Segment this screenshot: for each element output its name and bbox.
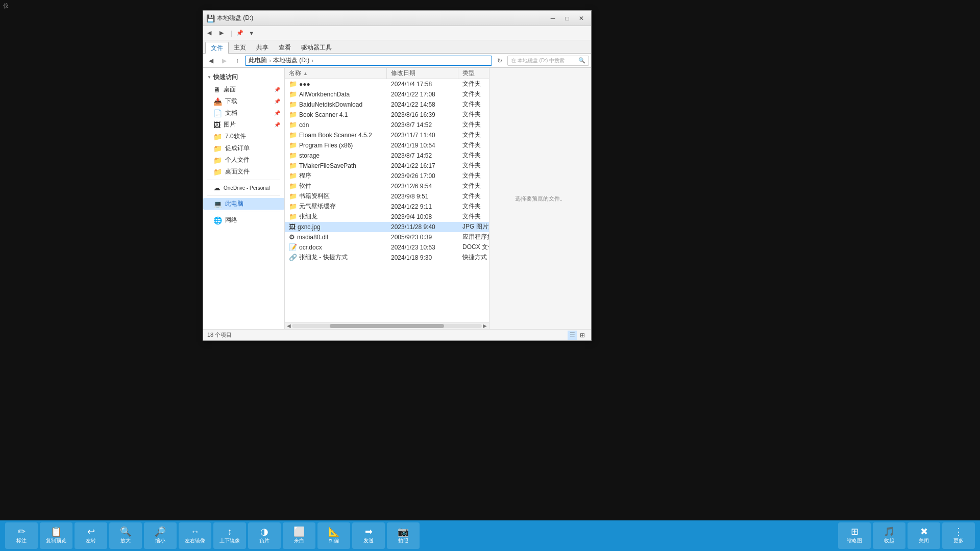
close-button[interactable]: ✕	[575, 13, 588, 23]
pin-btn[interactable]: 📌	[234, 28, 246, 39]
toolbar-right-section: ⊞ 缩略图 🎵 收起 ✖ 关闭 ⋮ 更多	[838, 522, 975, 549]
back-button[interactable]: ◀	[205, 56, 216, 66]
view-details-btn[interactable]: ⊞	[578, 331, 587, 340]
forward-button[interactable]: ▶	[218, 56, 230, 66]
file-name-label: msdia80.dll	[297, 234, 328, 241]
btn-negative[interactable]: ◑ 负片	[248, 522, 281, 549]
scroll-left[interactable]: ◀	[286, 323, 292, 329]
btn-zoom-in[interactable]: 🔍 放大	[109, 522, 142, 549]
sidebar-item-70software[interactable]: 📁 7.0软件	[203, 131, 284, 142]
file-type: 文件夹	[458, 120, 489, 129]
sidebar-item-downloads[interactable]: 📥 下载 📌	[203, 95, 284, 107]
sidebar-item-onedrive[interactable]: ☁ OneDrive - Personal	[203, 182, 284, 193]
btn-white[interactable]: ⬜ 来白	[283, 522, 315, 549]
horizontal-scrollbar[interactable]: ◀ ▶	[285, 322, 489, 329]
sidebar-item-desktop[interactable]: 🖥 桌面 📌	[203, 84, 284, 95]
file-item[interactable]: 📁 Eloam Book Scanner 4.5.2 2023/11/7 11:…	[285, 130, 489, 140]
sidebar-item-network[interactable]: 🌐 网络	[203, 214, 284, 226]
ribbon-tabs: 文件 主页 共享 查看 驱动器工具	[203, 40, 591, 54]
file-date: 2023/11/28 9:40	[387, 223, 458, 231]
tab-share[interactable]: 共享	[251, 42, 274, 53]
photo-icon: 📷	[398, 527, 409, 536]
file-item[interactable]: 📁 storage 2023/8/7 14:52 文件夹	[285, 151, 489, 161]
forward-btn-quick[interactable]: ▶	[217, 28, 229, 39]
btn-more[interactable]: ⋮ 更多	[942, 522, 975, 549]
btn-close[interactable]: ✖ 关闭	[908, 522, 940, 549]
personal-icon: 📁	[213, 156, 222, 164]
path-local-disk[interactable]: 本地磁盘 (D:)	[273, 56, 309, 65]
path-this-pc[interactable]: 此电脑	[249, 56, 267, 65]
tab-drive-tools[interactable]: 驱动器工具	[296, 42, 337, 53]
btn-annotate[interactable]: ✏ 标注	[5, 522, 38, 549]
file-type: 文件夹	[458, 110, 489, 119]
scrollbar-track[interactable]	[292, 324, 482, 328]
up-button[interactable]: ↑	[232, 56, 243, 66]
btn-zoom-out[interactable]: 🔎 缩小	[144, 522, 177, 549]
sidebar-item-docs[interactable]: 📄 文档 📌	[203, 107, 284, 119]
file-item[interactable]: 📝 ocr.docx 2024/1/23 10:53 DOCX 文件	[285, 242, 489, 253]
back-btn-quick[interactable]: ◀	[205, 28, 216, 39]
maximize-button[interactable]: □	[560, 13, 574, 23]
status-count: 18 个项目	[207, 331, 232, 339]
btn-photo[interactable]: 📷 拍照	[387, 522, 420, 549]
file-icon: 📁	[289, 90, 297, 98]
file-name: 📁 BaiduNetdiskDownload	[285, 101, 387, 108]
btn-collapse[interactable]: 🎵 收起	[873, 522, 905, 549]
col-header-name[interactable]: 名称 ▲	[285, 68, 387, 79]
file-item[interactable]: 📁 Program Files (x86) 2024/1/19 10:54 文件…	[285, 140, 489, 151]
file-item[interactable]: 📁 AllWorkbenchData 2024/1/22 17:08 文件夹	[285, 89, 489, 99]
file-type: 文件夹	[458, 171, 489, 180]
btn-mirror-lr[interactable]: ↔ 左右镜像	[179, 522, 211, 549]
col-header-date[interactable]: 修改日期	[387, 68, 458, 79]
scrollbar-thumb[interactable]	[330, 324, 444, 328]
sidebar-item-desktop-files[interactable]: 📁 桌面文件	[203, 166, 284, 178]
file-name-label: storage	[299, 152, 320, 159]
file-item[interactable]: 📁 TMakerFileSavePath 2024/1/22 16:17 文件夹	[285, 161, 489, 171]
view-list-btn[interactable]: ☰	[568, 331, 577, 340]
btn-deskew[interactable]: 📐 纠偏	[317, 522, 350, 549]
file-name-label: 元气壁纸缓存	[299, 202, 336, 211]
tab-view[interactable]: 查看	[274, 42, 296, 53]
file-name: 📁 程序	[285, 171, 387, 180]
file-item[interactable]: 📁 书籍资料区 2023/9/8 9:51 文件夹	[285, 191, 489, 202]
sidebar-label-desktop: 桌面	[224, 85, 236, 94]
file-item[interactable]: ⚙ msdia80.dll 2005/9/23 0:39 应用程序扩展	[285, 232, 489, 242]
tab-file[interactable]: 文件	[205, 42, 229, 54]
pin-dropdown[interactable]: ▼	[247, 28, 258, 39]
pin-docs: 📌	[274, 110, 280, 116]
toolbar-left-section: ✏ 标注 📋 复制预览 ↩ 左转 🔍 放大 🔎 缩小 ↔ 左右镜像 ↕ 上下镜像…	[5, 522, 420, 549]
tab-home[interactable]: 主页	[229, 42, 251, 53]
file-item[interactable]: 📁 BaiduNetdiskDownload 2024/1/22 14:58 文…	[285, 99, 489, 110]
file-name-label: 程序	[299, 171, 311, 180]
sidebar-item-pictures[interactable]: 🖼 图片 📌	[203, 119, 284, 131]
file-item[interactable]: 📁 元气壁纸缓存 2024/1/22 9:11 文件夹	[285, 202, 489, 212]
search-box[interactable]: 在 本地磁盘 (D:) 中搜索 🔍	[507, 56, 589, 66]
file-item[interactable]: 📁 cdn 2023/8/7 14:52 文件夹	[285, 120, 489, 130]
minimize-button[interactable]: ─	[546, 13, 559, 23]
btn-thumbnail[interactable]: ⊞ 缩略图	[838, 522, 871, 549]
address-path[interactable]: 此电脑 › 本地磁盘 (D:) ›	[245, 56, 492, 66]
file-item[interactable]: 📁 Book Scanner 4.1 2023/8/16 16:39 文件夹	[285, 110, 489, 120]
btn-send[interactable]: ➡ 发送	[352, 522, 385, 549]
quick-access-header[interactable]: ▼ 快速访问	[203, 71, 284, 84]
sidebar-item-personal[interactable]: 📁 个人文件	[203, 154, 284, 166]
file-date: 2005/9/23 0:39	[387, 234, 458, 241]
sidebar-item-orders[interactable]: 📁 促成订单	[203, 142, 284, 154]
col-header-type[interactable]: 类型	[458, 68, 489, 79]
file-item[interactable]: 🔗 张细龙 - 快捷方式 2024/1/18 9:30 快捷方式	[285, 253, 489, 263]
btn-mirror-tb[interactable]: ↕ 上下镜像	[213, 522, 246, 549]
sidebar-label-pictures: 图片	[224, 120, 236, 129]
file-item[interactable]: 🖼 gxnc.jpg 2023/11/28 9:40 JPG 图片文件	[285, 222, 489, 232]
sidebar-item-thispc[interactable]: 💻 此电脑	[203, 198, 284, 210]
btn-rotate-left[interactable]: ↩ 左转	[75, 522, 107, 549]
file-item[interactable]: 📁 软件 2023/12/6 9:54 文件夹	[285, 181, 489, 191]
scroll-right[interactable]: ▶	[482, 323, 488, 329]
file-icon: 📁	[289, 162, 297, 169]
sidebar-divider-2	[207, 195, 280, 196]
file-item[interactable]: 📁 ●●● 2024/1/4 17:58 文件夹	[285, 79, 489, 89]
file-item[interactable]: 📁 张细龙 2023/9/4 10:08 文件夹	[285, 212, 489, 222]
file-item[interactable]: 📁 程序 2023/9/26 17:00 文件夹	[285, 171, 489, 181]
refresh-button[interactable]: ↻	[494, 56, 505, 66]
file-date: 2024/1/4 17:58	[387, 81, 458, 88]
btn-copy-preview[interactable]: 📋 复制预览	[40, 522, 72, 549]
